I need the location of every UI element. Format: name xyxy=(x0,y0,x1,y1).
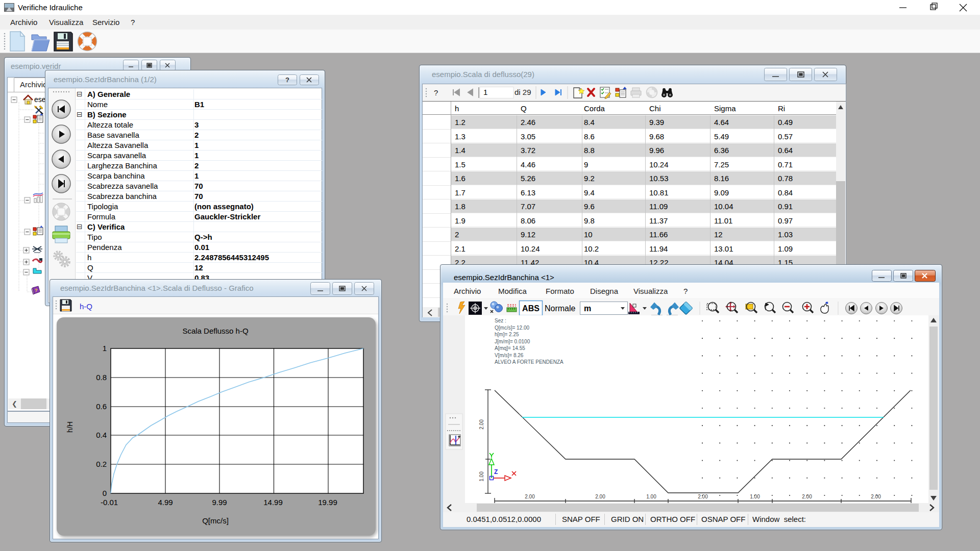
svg-text:Q[mc/s]: Q[mc/s] xyxy=(202,516,229,525)
svg-text:0.6: 0.6 xyxy=(96,402,107,411)
svg-text:2.00: 2.00 xyxy=(802,494,812,499)
svg-text:1.00: 1.00 xyxy=(750,494,760,499)
svg-text:ABS: ABS xyxy=(522,304,540,313)
svg-text:h[m]= 2.25: h[m]= 2.25 xyxy=(495,332,519,337)
svg-text:0: 0 xyxy=(103,489,107,497)
svg-text:0.4: 0.4 xyxy=(96,431,107,439)
svg-text:1: 1 xyxy=(103,344,107,353)
svg-text:4.99: 4.99 xyxy=(158,498,173,507)
svg-text:2.00: 2.00 xyxy=(871,494,881,499)
svg-text:2.00: 2.00 xyxy=(525,494,535,499)
svg-text:1.00: 1.00 xyxy=(646,494,656,499)
svg-text:?: ? xyxy=(434,88,438,97)
svg-text:h/H: h/H xyxy=(66,421,74,433)
svg-text:1.00: 1.00 xyxy=(479,471,484,482)
svg-text:?: ? xyxy=(35,288,38,293)
svg-text:Sez :: Sez : xyxy=(495,318,506,323)
svg-text:Scala Deflusso h-Q: Scala Deflusso h-Q xyxy=(182,327,248,335)
svg-text:V[m/s]= 8.26: V[m/s]= 8.26 xyxy=(495,353,524,358)
svg-text:2.00: 2.00 xyxy=(698,494,708,499)
svg-text:0.2: 0.2 xyxy=(96,460,107,468)
svg-text:ALVEO A FORTE PENDENZA: ALVEO A FORTE PENDENZA xyxy=(495,359,564,365)
svg-text:0.8: 0.8 xyxy=(96,373,107,382)
svg-text:Z: Z xyxy=(494,468,498,475)
svg-text:?: ? xyxy=(285,76,289,84)
svg-text:Normale: Normale xyxy=(545,304,576,313)
svg-text:-0.01: -0.01 xyxy=(101,498,118,507)
svg-text:9.99: 9.99 xyxy=(212,498,227,507)
svg-text:m: m xyxy=(584,304,591,313)
svg-text:2.00: 2.00 xyxy=(479,419,484,430)
svg-text:Q[mc/s]= 12.00: Q[mc/s]= 12.00 xyxy=(495,325,530,331)
svg-text:di 29: di 29 xyxy=(514,88,531,96)
svg-text:J[m/m]= 0.0100: J[m/m]= 0.0100 xyxy=(495,339,530,344)
svg-text:2.00: 2.00 xyxy=(595,494,605,499)
svg-text:14.99: 14.99 xyxy=(263,498,283,507)
svg-text:1: 1 xyxy=(483,88,487,96)
svg-text:19.99: 19.99 xyxy=(318,498,337,507)
svg-text:A[mq]= 14.55: A[mq]= 14.55 xyxy=(495,345,525,351)
